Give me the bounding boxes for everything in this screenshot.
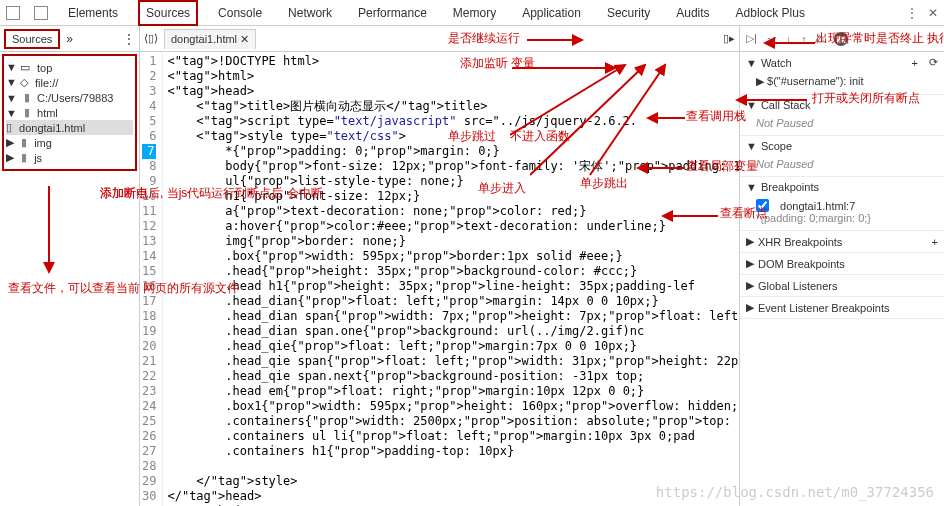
global-listeners-label[interactable]: Global Listeners: [758, 280, 838, 292]
pause-exceptions-icon[interactable]: ▮▮: [834, 32, 848, 46]
devtools-tabbar: Elements Sources Console Network Perform…: [0, 0, 944, 26]
code-area[interactable]: <"tag">!DOCTYPE html><"tag">html><"tag">…: [163, 52, 739, 506]
event-bp-label[interactable]: Event Listener Breakpoints: [758, 302, 889, 314]
tree-origin[interactable]: file://: [35, 77, 58, 89]
callstack-label[interactable]: Call Stack: [761, 99, 811, 111]
tab-sources[interactable]: Sources: [138, 0, 198, 26]
chevron-right-icon[interactable]: ▶: [746, 279, 754, 292]
tree-folder-html[interactable]: html: [37, 107, 58, 119]
debugger-pane: ▷| ⤻ ↓ ↑ ⁄⁄◦ ▮▮ ▼Watch+ ⟳ ▶ $("#username…: [740, 26, 944, 506]
folder-icon: ▮: [21, 136, 27, 149]
close-icon[interactable]: ✕: [928, 6, 938, 20]
step-into-icon[interactable]: ↓: [786, 33, 792, 45]
sidebar-tab-sources[interactable]: Sources: [4, 29, 60, 49]
tab-audits[interactable]: Audits: [670, 2, 715, 24]
step-over-icon[interactable]: ⤻: [767, 32, 776, 45]
chevron-right-icon[interactable]: ▶: [746, 301, 754, 314]
chevron-down-icon[interactable]: ▼: [746, 99, 757, 111]
tree-file[interactable]: dongtai1.html: [19, 122, 85, 134]
bp-checkbox[interactable]: [756, 199, 769, 212]
scope-body: Not Paused: [740, 156, 944, 176]
chevron-down-icon[interactable]: ▼: [746, 140, 757, 152]
chevron-right-icon[interactable]: ▶: [746, 235, 754, 248]
add-watch-icon[interactable]: +: [912, 57, 918, 69]
tab-performance[interactable]: Performance: [352, 2, 433, 24]
folder-icon: ▮: [21, 151, 27, 164]
inspect-icon[interactable]: [6, 6, 20, 20]
folder-icon: ▮: [24, 106, 30, 119]
chevron-down-icon[interactable]: ▼: [746, 57, 757, 69]
sidebar-menu-icon[interactable]: ⋮: [123, 32, 135, 46]
callstack-body: Not Paused: [740, 115, 944, 135]
tab-security[interactable]: Security: [601, 2, 656, 24]
bp-code: *{padding: 0;margin: 0;}: [756, 212, 938, 224]
close-tab-icon[interactable]: ✕: [240, 33, 249, 45]
editor-tab-filename[interactable]: dongtai1.html: [171, 33, 237, 45]
xhr-bp-label[interactable]: XHR Breakpoints: [758, 236, 842, 248]
chevron-down-icon[interactable]: ▼: [746, 181, 757, 193]
tab-network[interactable]: Network: [282, 2, 338, 24]
watermark: https://blog.csdn.net/m0_37724356: [656, 484, 934, 500]
sources-sidebar: Sources » ⋮ ▼ ▭ top ▼ ◇ file:// ▼ ▮ C:/U…: [0, 26, 140, 506]
tree-path[interactable]: C:/Users/79883: [37, 92, 113, 104]
add-xhr-icon[interactable]: +: [932, 236, 938, 248]
sidebar-more-icon[interactable]: »: [66, 32, 73, 46]
nav-back-icon[interactable]: ⟨▯⟩: [144, 32, 158, 45]
code-editor: ⟨▯⟩ dongtai1.html ✕ ▯▸ 12345678910111213…: [140, 26, 740, 506]
watch-expression[interactable]: $("#username"): init: [767, 75, 863, 87]
folder-icon: ▮: [24, 91, 30, 104]
tree-folder-js[interactable]: js: [34, 152, 42, 164]
breakpoints-label[interactable]: Breakpoints: [761, 181, 819, 193]
more-icon[interactable]: ⋮: [906, 6, 918, 20]
watch-label[interactable]: Watch: [761, 57, 792, 69]
bp-file[interactable]: dongtai1.html:7: [780, 200, 855, 212]
resume-icon[interactable]: ▷|: [746, 32, 757, 45]
tab-console[interactable]: Console: [212, 2, 268, 24]
deactivate-bp-icon[interactable]: ⁄⁄◦: [817, 33, 825, 45]
device-icon[interactable]: [34, 6, 48, 20]
file-tree: ▼ ▭ top ▼ ◇ file:// ▼ ▮ C:/Users/79883 ▼…: [2, 54, 137, 171]
tab-adblock[interactable]: Adblock Plus: [730, 2, 811, 24]
tab-application[interactable]: Application: [516, 2, 587, 24]
tab-elements[interactable]: Elements: [62, 2, 124, 24]
scope-label[interactable]: Scope: [761, 140, 792, 152]
tree-folder-img[interactable]: img: [34, 137, 52, 149]
tree-top[interactable]: top: [37, 62, 52, 74]
step-out-icon[interactable]: ↑: [801, 33, 807, 45]
editor-more-icon[interactable]: ▯▸: [723, 32, 735, 45]
chevron-right-icon[interactable]: ▶: [746, 257, 754, 270]
refresh-watch-icon[interactable]: ⟳: [929, 56, 938, 69]
file-icon: ▯: [6, 121, 12, 134]
tab-memory[interactable]: Memory: [447, 2, 502, 24]
line-gutter[interactable]: 1234567891011121314151617181920212223242…: [140, 52, 163, 506]
dom-bp-label[interactable]: DOM Breakpoints: [758, 258, 845, 270]
